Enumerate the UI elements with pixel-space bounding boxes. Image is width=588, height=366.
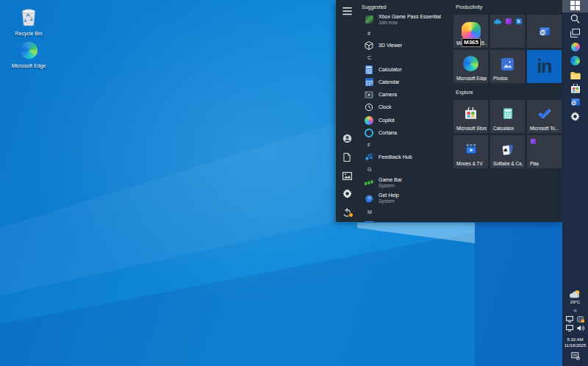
tile-play[interactable]: Play (527, 135, 562, 168)
tile-grid: Microsoft StoreCalculatorMicrosoft To...… (453, 100, 562, 168)
action-center-icon[interactable] (571, 352, 580, 361)
taskbar-button-settings[interactable] (562, 110, 588, 124)
tile-linkedin[interactable]: in (527, 50, 562, 83)
app-list-section-f[interactable]: F (358, 139, 452, 151)
rail-expand-menu[interactable] (339, 4, 355, 19)
rail-documents[interactable] (339, 150, 355, 165)
clock-time: 5:10 AM (564, 337, 587, 343)
taskbar-buttons (562, 0, 588, 124)
calculator-icon (365, 65, 373, 74)
taskbar: 29°C < 5:10 AM 11/16/2025 (562, 0, 588, 366)
tile-label: Play (530, 161, 539, 166)
app-list-section-hash[interactable]: # (358, 27, 452, 39)
tray-pc-icon[interactable] (566, 316, 573, 323)
app-label: Clock (379, 104, 392, 110)
app-item-camera[interactable]: Camera (358, 89, 452, 101)
tile-microsoft-store[interactable]: Microsoft Store (453, 100, 488, 133)
tile-label: Calculator (493, 126, 514, 131)
app-label: Get Help (379, 193, 399, 198)
feedback-hub-icon (365, 153, 373, 162)
tray-network-icon[interactable] (566, 325, 573, 332)
clock-date: 11/16/2025 (564, 343, 587, 349)
app-item-calculator[interactable]: Calculator (358, 63, 452, 76)
document-icon (343, 151, 351, 165)
tile-movies-tv[interactable]: Movies & TV (453, 135, 488, 168)
recycle-bin-icon (20, 6, 37, 29)
taskbar-button-store[interactable] (562, 82, 588, 96)
desktop-icon-microsoft-edge[interactable]: Microsoft Edge (7, 42, 50, 69)
rail-power[interactable] (339, 205, 355, 220)
tray-icons (565, 316, 585, 332)
app-item-clock[interactable]: Clock (358, 101, 452, 114)
start-menu-app-list: SuggestedXbox Game Pass EssentialJoin no… (358, 0, 452, 222)
taskbar-button-outlook[interactable] (562, 96, 588, 110)
tray-onedrive-alert-icon[interactable] (577, 316, 584, 323)
weather-icon[interactable] (570, 290, 581, 299)
rail-pictures[interactable] (339, 168, 355, 184)
taskbar-button-copilot[interactable] (562, 40, 588, 54)
cortana-icon (365, 129, 373, 137)
app-item-feedback-hub[interactable]: Feedback Hub (358, 151, 452, 163)
linkedin-icon: in (527, 50, 562, 83)
app-item-game-bar[interactable]: Game BarSystem (358, 176, 452, 191)
svg-text:♠: ♠ (503, 146, 509, 153)
app-list-header: Suggested (358, 1, 452, 12)
tile-label: Solitaire & Ca... (493, 161, 523, 166)
power-icon (343, 207, 351, 220)
tile-solitaire[interactable]: ♠Solitaire & Ca... (490, 135, 525, 168)
taskbar-button-edge[interactable] (562, 54, 588, 68)
copilot-icon (571, 41, 580, 54)
rail-settings[interactable] (339, 187, 355, 202)
app-label: Feedback Hub (379, 154, 412, 160)
tile-photos[interactable]: Photos (490, 50, 525, 83)
camera-icon (365, 90, 373, 99)
app-label: Game Bar (379, 177, 402, 183)
app-item-copilot[interactable]: Copilot (358, 114, 452, 126)
temperature-label[interactable]: 29°C (570, 300, 580, 304)
taskbar-button-start[interactable] (562, 0, 588, 12)
app-item-xbox-game-pass-essential[interactable]: Xbox Game Pass EssentialJoin now (358, 12, 452, 27)
tile-microsoft-365[interactable]: Microsoft 365...M365 (453, 15, 488, 48)
task-view-icon (570, 27, 580, 40)
tile-microsoft-edge[interactable]: Microsoft Edge (453, 50, 488, 83)
tile-group-header-explore: Explore (456, 87, 562, 97)
windows-icon (570, 0, 580, 13)
taskbar-clock[interactable]: 5:10 AM 11/16/2025 (564, 337, 587, 348)
app-item-calendar[interactable]: Calendar (358, 76, 452, 88)
app-list-section-m[interactable]: M (358, 207, 452, 218)
taskbar-button-file-explorer[interactable] (562, 68, 588, 82)
taskbar-button-task-view[interactable] (562, 26, 588, 40)
app-label: Cortana (379, 130, 397, 136)
tile-label: Movies & TV (456, 161, 483, 166)
tile-calculator[interactable]: Calculator (490, 100, 525, 133)
app-item-cortana[interactable]: Cortana (358, 126, 452, 139)
tile-microsoft-todo[interactable]: Microsoft To... (527, 100, 562, 133)
rail-user-account[interactable] (339, 132, 355, 147)
taskbar-button-search[interactable] (562, 12, 588, 26)
desktop-icon-label: Microsoft Edge (12, 63, 46, 69)
tile-group-header-productivity: Productivity (456, 2, 562, 12)
tile-label: Microsoft Edge (456, 76, 487, 81)
outlook-icon (527, 15, 562, 48)
gear-icon (343, 188, 352, 201)
app-item-3d-viewer[interactable]: 3D Viewer (358, 39, 452, 51)
xbox-gamepass-icon (365, 15, 373, 24)
office-mini-icons: S (490, 15, 525, 48)
outlook-taskbar-icon (570, 97, 581, 110)
app-item-get-help[interactable]: ?Get HelpSystem (358, 191, 452, 207)
app-label: 3D Viewer (379, 43, 402, 49)
app-list-section-c[interactable]: C (358, 51, 452, 63)
tile-label: Microsoft To... (530, 126, 559, 131)
3d-viewer-icon (365, 41, 373, 50)
app-item-mail[interactable]: Mail (358, 218, 452, 223)
desktop-icon-recycle-bin[interactable]: Recycle Bin (7, 6, 50, 37)
tray-expander-chevron-icon[interactable]: < (573, 307, 577, 314)
tile-outlook[interactable] (527, 15, 562, 48)
app-sublabel: System (379, 183, 402, 189)
start-menu: SuggestedXbox Game Pass EssentialJoin no… (336, 0, 562, 222)
hamburger-icon (343, 5, 352, 18)
app-label: Mail (379, 221, 388, 222)
tray-volume-icon[interactable] (577, 325, 585, 332)
app-list-section-g[interactable]: G (358, 164, 452, 176)
tile-office-apps[interactable]: S (490, 15, 525, 48)
